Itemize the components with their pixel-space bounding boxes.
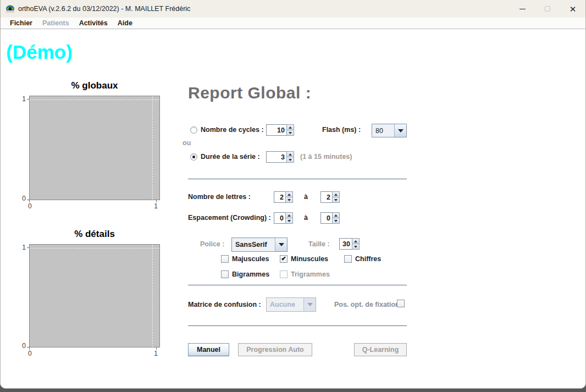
close-icon: ✕ [570, 5, 577, 13]
gridline-x1 [152, 96, 153, 200]
y-tick-1: 1 [16, 244, 26, 251]
menu-bar: Fichier Patients Activités Aide [1, 18, 585, 29]
duration-value[interactable]: 3 [266, 151, 286, 163]
police-label: Police : [200, 240, 224, 248]
checkbox-box[interactable] [344, 255, 352, 263]
chevron-down-icon[interactable] [275, 238, 287, 251]
app-icon [5, 4, 15, 13]
spinner-down-icon[interactable] [285, 197, 293, 203]
demo-badge: (Démo) [6, 41, 73, 63]
checkbox-bigrammes[interactable]: Bigrammes [221, 270, 269, 278]
or-label: ou [183, 139, 191, 147]
letters-to-value[interactable]: 2 [320, 191, 332, 203]
checkbox-box[interactable] [221, 270, 229, 278]
checkbox-minuscules[interactable]: ✔ Minuscules [280, 255, 328, 263]
duration-hint: (1 à 15 minutes) [300, 153, 352, 161]
app-window: orthoEVA (v.2.6.2 du 03/12/2022) - M. MA… [0, 0, 586, 389]
title-bar: orthoEVA (v.2.6.2 du 03/12/2022) - M. MA… [1, 0, 585, 18]
x-tick-0: 0 [28, 350, 32, 357]
menu-activites[interactable]: Activités [74, 19, 113, 27]
crowding-to-spinner[interactable]: 0 [320, 212, 340, 224]
spinner-up-icon[interactable] [332, 191, 340, 197]
spinner-up-icon[interactable] [286, 124, 294, 130]
cycles-spinner[interactable]: 10 [266, 124, 294, 136]
close-button[interactable]: ✕ [560, 0, 585, 18]
chevron-down-icon [303, 298, 316, 311]
gridline-x1 [152, 245, 153, 347]
chart-globaux: % globaux 1 0 0 1 [20, 80, 169, 211]
spinner-down-icon[interactable] [286, 130, 294, 136]
taille-label: Taille : [308, 240, 330, 248]
spinner-down-icon[interactable] [286, 157, 294, 163]
crowding-label: Espacement (Crowding) : [188, 214, 271, 222]
x-tick-1: 1 [154, 350, 158, 357]
spinner-down-icon[interactable] [352, 244, 360, 250]
police-value: SansSerif [232, 238, 275, 251]
taille-value[interactable]: 30 [339, 238, 352, 250]
checkbox-label: Minuscules [291, 255, 328, 263]
letters-to-spinner[interactable]: 2 [320, 191, 340, 203]
duration-label: Durée de la série : [201, 153, 260, 161]
y-tick-0: 0 [16, 195, 26, 202]
window-controls: ✕ [510, 0, 585, 18]
chart-details-title: % détails [20, 229, 169, 240]
spinner-up-icon[interactable] [286, 151, 294, 157]
crowding-from-spinner[interactable]: 0 [274, 212, 293, 224]
x-tick-1: 1 [154, 202, 158, 210]
gridline-y1 [30, 100, 159, 100]
spinner-up-icon[interactable] [352, 238, 360, 244]
matrice-label: Matrice de confusion : [188, 301, 261, 308]
crowding-from-value[interactable]: 0 [274, 212, 285, 224]
checkbox-trigrammes: Trigrammes [280, 270, 330, 278]
matrice-value: Aucune [267, 298, 303, 311]
flash-combobox[interactable]: 80 [372, 124, 407, 137]
spinner-up-icon[interactable] [332, 212, 340, 218]
checkbox-majuscules[interactable]: Majuscules [221, 255, 269, 263]
gridline-y1 [30, 248, 159, 249]
taille-spinner[interactable]: 30 [339, 238, 360, 250]
menu-aide[interactable]: Aide [113, 19, 137, 27]
progression-auto-button: Progression Auto [238, 343, 312, 356]
chart-globaux-plot-area [29, 96, 160, 200]
checkbox-chiffres[interactable]: Chiffres [344, 255, 381, 263]
separator [188, 325, 407, 326]
spinner-down-icon[interactable] [332, 218, 340, 224]
spinner-up-icon[interactable] [285, 191, 293, 197]
minimize-button[interactable] [510, 0, 535, 18]
checkbox-label: Majuscules [232, 255, 269, 263]
letters-from-value[interactable]: 2 [274, 191, 285, 203]
minimize-icon [519, 9, 526, 9]
letters-range-separator: à [304, 193, 308, 201]
checkbox-label: Trigrammes [291, 270, 330, 278]
checkbox-box[interactable]: ✔ [280, 255, 288, 263]
chevron-down-icon[interactable] [394, 124, 406, 137]
matrice-combobox: Aucune [266, 297, 316, 312]
duration-spinner[interactable]: 3 [266, 151, 294, 163]
report-global-panel: Report Global : Nombre de cycles : 10 Fl… [188, 80, 408, 388]
panel-title: Report Global : [188, 84, 311, 102]
radio-duree-serie[interactable] [190, 153, 197, 161]
maximize-icon [545, 6, 550, 12]
fixation-checkbox[interactable] [397, 300, 405, 307]
checkbox-box[interactable] [221, 255, 229, 263]
spinner-up-icon[interactable] [285, 212, 293, 218]
separator [188, 179, 407, 179]
menu-fichier[interactable]: Fichier [5, 19, 37, 27]
chart-details-plot-area [29, 244, 160, 347]
flash-label: Flash (ms) : [322, 126, 361, 134]
fixation-label: Pos. opt. de fixation [334, 301, 400, 308]
checkbox-box [280, 270, 288, 278]
checkbox-label: Chiffres [355, 255, 381, 263]
cycles-value[interactable]: 10 [266, 124, 286, 136]
separator [188, 285, 407, 285]
letters-from-spinner[interactable]: 2 [274, 191, 293, 203]
radio-nombre-cycles[interactable] [190, 126, 197, 134]
crowding-to-value[interactable]: 0 [320, 212, 332, 224]
manuel-button[interactable]: Manuel [188, 343, 229, 356]
spinner-down-icon[interactable] [285, 218, 293, 224]
menu-patients: Patients [37, 19, 74, 27]
police-combobox[interactable]: SansSerif [231, 238, 288, 252]
spinner-down-icon[interactable] [332, 197, 340, 203]
maximize-button [535, 0, 560, 18]
flash-value: 80 [372, 124, 394, 137]
